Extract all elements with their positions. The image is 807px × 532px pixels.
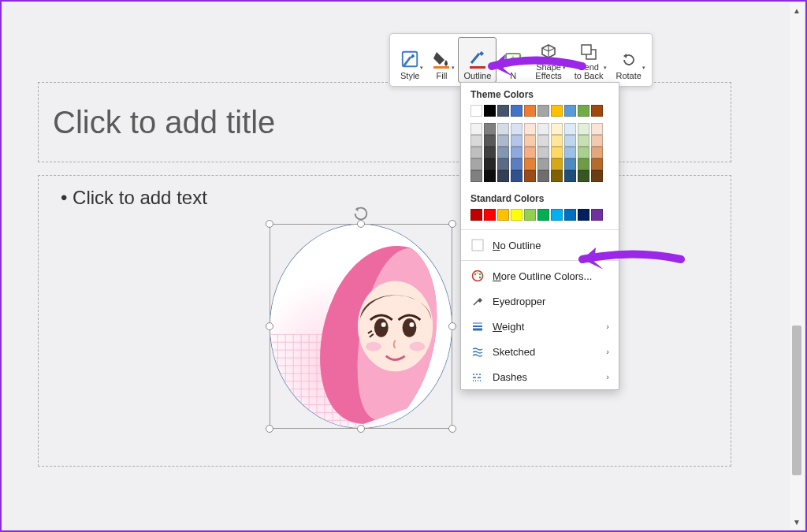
scroll-track[interactable] bbox=[790, 17, 804, 515]
svg-point-21 bbox=[479, 277, 481, 278]
color-swatch[interactable] bbox=[578, 209, 589, 221]
theme-colors-label: Theme Colors bbox=[461, 83, 619, 105]
fill-button[interactable]: ▾ Fill bbox=[426, 37, 456, 83]
color-swatch[interactable] bbox=[497, 170, 509, 182]
color-swatch[interactable] bbox=[591, 170, 603, 182]
color-swatch[interactable] bbox=[551, 170, 563, 182]
color-swatch[interactable] bbox=[578, 147, 589, 158]
resize-handle[interactable] bbox=[266, 220, 273, 228]
resize-handle[interactable] bbox=[357, 425, 365, 433]
color-swatch[interactable] bbox=[470, 158, 482, 170]
color-swatch[interactable] bbox=[470, 105, 482, 117]
color-swatch[interactable] bbox=[511, 158, 523, 170]
color-swatch[interactable] bbox=[484, 158, 496, 170]
vertical-scrollbar[interactable]: ▲ ▼ bbox=[790, 3, 804, 529]
color-swatch[interactable] bbox=[524, 123, 536, 135]
color-swatch[interactable] bbox=[524, 135, 536, 147]
color-swatch[interactable] bbox=[511, 135, 523, 147]
color-swatch[interactable] bbox=[484, 147, 496, 158]
color-swatch[interactable] bbox=[564, 135, 576, 147]
color-swatch[interactable] bbox=[524, 147, 536, 158]
color-swatch[interactable] bbox=[578, 135, 589, 147]
color-swatch[interactable] bbox=[578, 170, 589, 182]
color-swatch[interactable] bbox=[511, 147, 523, 158]
color-swatch[interactable] bbox=[591, 135, 603, 147]
resize-handle[interactable] bbox=[448, 322, 456, 330]
color-swatch[interactable] bbox=[537, 170, 549, 182]
color-swatch[interactable] bbox=[578, 105, 589, 117]
color-swatch[interactable] bbox=[537, 147, 549, 158]
color-swatch[interactable] bbox=[497, 105, 509, 117]
resize-handle[interactable] bbox=[357, 220, 365, 228]
color-swatch[interactable] bbox=[564, 105, 576, 117]
style-button[interactable]: ▾ Style bbox=[395, 37, 425, 83]
scroll-up-arrow[interactable]: ▲ bbox=[790, 3, 804, 17]
resize-handle[interactable] bbox=[266, 425, 273, 433]
color-swatch[interactable] bbox=[591, 123, 603, 135]
color-swatch[interactable] bbox=[484, 123, 496, 135]
color-swatch[interactable] bbox=[470, 170, 482, 182]
color-swatch[interactable] bbox=[497, 147, 509, 158]
color-swatch[interactable] bbox=[537, 158, 549, 170]
color-swatch[interactable] bbox=[511, 209, 523, 221]
dashes-item[interactable]: Dashes › bbox=[461, 364, 619, 389]
color-swatch[interactable] bbox=[511, 105, 523, 117]
color-swatch[interactable] bbox=[551, 135, 563, 147]
color-swatch[interactable] bbox=[470, 123, 482, 135]
color-swatch[interactable] bbox=[551, 105, 563, 117]
color-swatch[interactable] bbox=[524, 158, 536, 170]
color-swatch[interactable] bbox=[484, 170, 496, 182]
new-comment-button[interactable]: + N bbox=[498, 37, 528, 83]
scroll-thumb[interactable] bbox=[792, 326, 801, 474]
color-swatch[interactable] bbox=[484, 209, 496, 221]
shape-effects-button[interactable]: ▾ ShapeEffects bbox=[530, 37, 567, 83]
rotate-button[interactable]: ▾ Rotate bbox=[610, 37, 646, 83]
weight-item[interactable]: Weight › bbox=[461, 314, 619, 339]
color-swatch[interactable] bbox=[591, 105, 603, 117]
color-swatch[interactable] bbox=[524, 209, 536, 221]
color-swatch[interactable] bbox=[497, 158, 509, 170]
selected-shape[interactable] bbox=[270, 224, 452, 429]
color-swatch[interactable] bbox=[470, 147, 482, 158]
color-swatch[interactable] bbox=[537, 123, 549, 135]
send-to-back-button[interactable]: ▾ Sendto Back bbox=[569, 37, 609, 83]
sketched-item[interactable]: Sketched › bbox=[461, 339, 619, 364]
color-swatch[interactable] bbox=[578, 158, 589, 170]
color-swatch[interactable] bbox=[551, 123, 563, 135]
title-placeholder[interactable]: Click to add title bbox=[38, 82, 731, 162]
color-swatch[interactable] bbox=[484, 105, 496, 117]
resize-handle[interactable] bbox=[266, 322, 273, 330]
color-swatch[interactable] bbox=[564, 158, 576, 170]
color-swatch[interactable] bbox=[497, 135, 509, 147]
color-swatch[interactable] bbox=[511, 170, 523, 182]
scroll-down-arrow[interactable]: ▼ bbox=[790, 515, 804, 529]
color-swatch[interactable] bbox=[524, 170, 536, 182]
outline-button[interactable]: ▾ Outline bbox=[458, 37, 496, 83]
color-swatch[interactable] bbox=[564, 123, 576, 135]
color-swatch[interactable] bbox=[591, 158, 603, 170]
color-swatch[interactable] bbox=[591, 147, 603, 158]
color-swatch[interactable] bbox=[497, 123, 509, 135]
color-swatch[interactable] bbox=[564, 147, 576, 158]
color-swatch[interactable] bbox=[497, 209, 509, 221]
color-swatch[interactable] bbox=[578, 123, 589, 135]
color-swatch[interactable] bbox=[524, 105, 536, 117]
color-swatch[interactable] bbox=[591, 209, 603, 221]
color-swatch[interactable] bbox=[551, 209, 563, 221]
more-outline-colors-item[interactable]: More Outline Colors... bbox=[461, 263, 619, 288]
eyedropper-item[interactable]: Eyedropper bbox=[461, 288, 619, 314]
resize-handle[interactable] bbox=[448, 425, 456, 433]
color-swatch[interactable] bbox=[470, 209, 482, 221]
color-swatch[interactable] bbox=[564, 170, 576, 182]
color-swatch[interactable] bbox=[511, 123, 523, 135]
color-swatch[interactable] bbox=[537, 209, 549, 221]
color-swatch[interactable] bbox=[537, 105, 549, 117]
color-swatch[interactable] bbox=[551, 147, 563, 158]
color-swatch[interactable] bbox=[484, 135, 496, 147]
color-swatch[interactable] bbox=[551, 158, 563, 170]
color-swatch[interactable] bbox=[564, 209, 576, 221]
resize-handle[interactable] bbox=[448, 220, 456, 228]
color-swatch[interactable] bbox=[470, 135, 482, 147]
color-swatch[interactable] bbox=[537, 135, 549, 147]
no-outline-item[interactable]: No Outline bbox=[461, 233, 619, 258]
